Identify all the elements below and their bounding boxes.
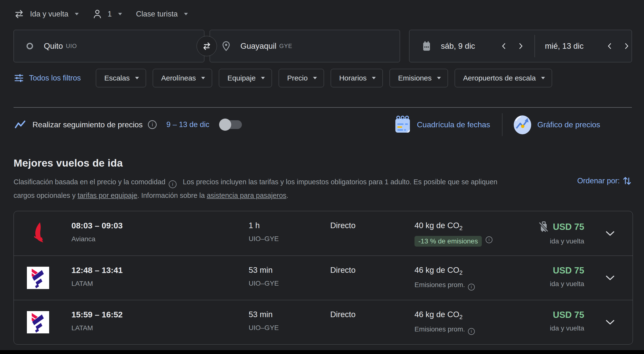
origin-airport-code: UIO	[66, 43, 77, 50]
filter-chip-times[interactable]: Horarios	[331, 69, 383, 87]
passengers-count: 1	[108, 10, 112, 19]
price-note: ida y vuelta	[550, 324, 584, 332]
departure-date[interactable]: sáb, 9 dic	[441, 42, 498, 51]
dropdown-caret-icon	[201, 77, 205, 79]
price-graph-button[interactable]: Gráfico de precios	[537, 120, 600, 129]
filters-bar: Todos los filtros Escalas Aerolíneas Equ…	[14, 69, 559, 88]
date-grid-icon	[394, 115, 412, 135]
results-subtitle: Clasificación basada en el precio y la c…	[14, 175, 570, 202]
filter-chip-bags[interactable]: Equipaje	[219, 69, 272, 87]
cabin-class-dropdown[interactable]: Clase turista	[136, 10, 188, 19]
swap-arrows-icon	[202, 41, 212, 51]
flight-price: USD 75	[553, 265, 584, 276]
tracked-date-range: 9 – 13 de dic	[166, 120, 210, 129]
view-options: Cuadrícula de fechas Gráfico de precios	[394, 113, 600, 136]
chevron-down-icon	[606, 231, 615, 236]
best-flights-list: 08:03 – 09:03 Avianca 1 h UIO–GYE Direct…	[14, 211, 633, 344]
subtitle-ranking-text: Clasificación basada en el precio y la c…	[14, 178, 165, 186]
emissions-note: Emisiones prom.i	[414, 281, 475, 290]
flight-times: 15:59 – 16:52	[72, 310, 123, 319]
flight-duration: 53 min	[249, 310, 279, 319]
price-tracking-row: Realizar seguimiento de precios i 9 – 13…	[14, 116, 242, 133]
stops-column: Directo	[330, 221, 356, 230]
filter-chip-emissions[interactable]: Emisiones	[390, 69, 448, 87]
expand-flight-button[interactable]	[604, 318, 617, 327]
origin-field[interactable]: Quito UIO	[14, 30, 204, 62]
dropdown-caret-icon	[313, 77, 317, 79]
expand-flight-button[interactable]	[604, 229, 617, 238]
dropdown-caret-icon	[541, 77, 545, 79]
destination-field[interactable]: Guayaquil GYE	[210, 30, 400, 62]
return-date[interactable]: mié, 13 dic	[545, 42, 604, 51]
section-divider	[14, 107, 632, 108]
info-icon[interactable]: i	[169, 181, 176, 188]
trip-type-dropdown[interactable]: Ida y vuelta	[14, 9, 79, 19]
chip-label: Aerolíneas	[161, 74, 196, 82]
filter-chip-airlines[interactable]: Aerolíneas	[153, 69, 212, 87]
emissions-column: 46 kg de CO2 Emisiones prom.i	[414, 310, 475, 335]
expand-flight-button[interactable]	[604, 273, 617, 282]
google-flights-results-page: Ida y vuelta 1 Clase turista Quito UI	[0, 0, 644, 354]
flight-row-avianca[interactable]: 08:03 – 09:03 Avianca 1 h UIO–GYE Direct…	[14, 211, 632, 256]
sort-by-label: Ordenar por:	[577, 176, 620, 185]
flight-route: UIO–GYE	[249, 324, 279, 332]
chip-label: Horarios	[339, 74, 366, 82]
sort-by-button[interactable]: Ordenar por:	[577, 176, 632, 186]
emissions-badge: -13 % de emisiones	[414, 236, 482, 247]
duration-column: 53 min UIO–GYE	[249, 310, 279, 332]
stops-column: Directo	[330, 265, 356, 275]
filter-chip-stops[interactable]: Escalas	[96, 69, 146, 87]
next-return-date-button[interactable]	[622, 40, 632, 52]
info-icon[interactable]: i	[468, 328, 475, 335]
flight-row-latam-2[interactable]: 15:59 – 16:52 LATAM 53 min UIO–GYE Direc…	[14, 300, 632, 344]
flight-stops: Directo	[330, 265, 356, 275]
info-icon[interactable]: i	[148, 120, 157, 129]
passengers-dropdown[interactable]: 1	[93, 9, 122, 19]
info-icon[interactable]: i	[486, 236, 492, 243]
flight-stops: Directo	[330, 221, 356, 230]
price-note: ida y vuelta	[550, 280, 584, 288]
chip-label: Precio	[287, 74, 308, 82]
airline-name: Avianca	[72, 235, 123, 243]
date-range-field: sáb, 9 dic mié, 13 dic	[409, 30, 632, 62]
cabin-class-label: Clase turista	[136, 10, 178, 19]
flight-stops: Directo	[330, 310, 356, 319]
date-grid-button[interactable]: Cuadrícula de fechas	[417, 120, 490, 129]
round-trip-arrows-icon	[14, 9, 24, 19]
subtitle-prices-text: Los precios incluyen las tarifas y los i…	[183, 178, 497, 186]
price-column: USD 75 ida y vuelta	[497, 265, 584, 288]
track-prices-toggle[interactable]	[220, 120, 242, 129]
previous-return-date-button[interactable]	[604, 40, 615, 52]
flight-route: UIO–GYE	[249, 280, 279, 287]
chevron-down-icon	[606, 275, 615, 281]
chip-label: Aeropuertos de escala	[463, 74, 536, 82]
flight-times-column: 15:59 – 16:52 LATAM	[72, 310, 123, 332]
airline-name: LATAM	[72, 324, 123, 332]
dropdown-caret-icon	[372, 77, 376, 79]
bottom-edge-bar	[0, 350, 644, 354]
baggage-fees-link[interactable]: tarifas por equipaje	[78, 192, 137, 199]
flight-duration: 53 min	[249, 265, 279, 275]
passenger-assistance-link[interactable]: asistencia para pasajeros	[207, 192, 286, 199]
origin-circle-icon	[26, 42, 34, 50]
sort-arrows-icon	[623, 176, 632, 186]
destination-airport-code: GYE	[280, 43, 292, 50]
date-field-divider	[534, 35, 535, 57]
info-icon[interactable]: i	[468, 284, 475, 290]
flight-duration: 1 h	[249, 221, 279, 230]
price-trend-icon	[14, 120, 26, 129]
chevron-down-icon	[606, 319, 615, 325]
filter-chip-connecting-airports[interactable]: Aeropuertos de escala	[455, 69, 552, 87]
emissions-column: 46 kg de CO2 Emisiones prom.i	[414, 265, 475, 290]
stops-column: Directo	[330, 310, 356, 319]
next-departure-date-button[interactable]	[516, 40, 526, 52]
dropdown-caret-icon	[135, 77, 139, 79]
all-filters-label: Todos los filtros	[29, 74, 81, 82]
all-filters-button[interactable]: Todos los filtros	[14, 74, 81, 82]
filter-chip-price[interactable]: Precio	[279, 69, 324, 87]
swap-origin-destination-button[interactable]	[196, 36, 217, 56]
trip-options-bar: Ida y vuelta 1 Clase turista	[14, 6, 202, 22]
co2-amount: 46 kg de CO2	[414, 310, 475, 320]
previous-departure-date-button[interactable]	[499, 40, 509, 52]
flight-row-latam-1[interactable]: 12:48 – 13:41 LATAM 53 min UIO–GYE Direc…	[14, 256, 632, 300]
